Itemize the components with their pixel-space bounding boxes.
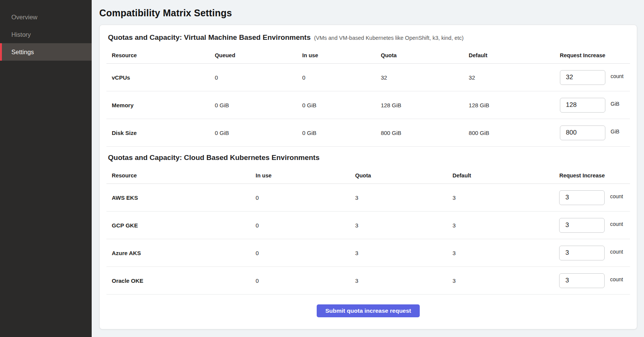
table-row: AWS EKS 0 3 3 count [106, 184, 630, 212]
quota-value: 3 [355, 222, 452, 229]
oracle-oke-request-input[interactable] [559, 273, 605, 288]
sidebar-item-settings[interactable]: Settings [0, 43, 92, 61]
vcpus-request-input[interactable] [560, 70, 605, 85]
sidebar-item-history[interactable]: History [0, 26, 92, 43]
resource-name: Disk Size [106, 130, 215, 136]
cloud-col-resource: Resource [106, 172, 256, 179]
default-value: 3 [452, 277, 559, 284]
aws-eks-request-input[interactable] [559, 190, 605, 205]
table-row: Oracle OKE 0 3 3 count [106, 267, 630, 295]
table-row: Memory 0 GiB 0 GiB 128 GiB 128 GiB GiB [106, 91, 630, 119]
disk-size-request-input[interactable] [560, 125, 605, 140]
vm-section-title: Quotas and Capacity: Virtual Machine Bas… [108, 33, 311, 42]
settings-card: Quotas and Capacity: Virtual Machine Bas… [99, 25, 637, 329]
default-value: 3 [452, 194, 559, 201]
default-value: 3 [452, 250, 559, 256]
cloud-col-in-use: In use [256, 172, 355, 179]
cloud-section-title: Quotas and Capacity: Cloud Based Kuberne… [108, 154, 320, 162]
queued-value: 0 GiB [215, 130, 302, 136]
vm-col-quota: Quota [381, 52, 469, 58]
quota-value: 128 GiB [381, 102, 469, 108]
vm-col-request-increase: Request Increase [560, 52, 630, 58]
in-use-value: 0 [256, 250, 355, 256]
in-use-value: 0 [256, 194, 355, 201]
vm-col-queued: Queued [215, 52, 302, 58]
resource-name: Memory [106, 102, 215, 108]
vm-col-in-use: In use [302, 52, 381, 58]
quota-value: 800 GiB [381, 130, 469, 136]
in-use-value: 0 GiB [302, 102, 381, 108]
unit-label: count [610, 276, 623, 282]
vm-section-subtitle: (VMs and VM-based Kubernetes like OpenSh… [314, 35, 464, 41]
sidebar-item-overview[interactable]: Overview [0, 8, 92, 26]
vm-section-header: Quotas and Capacity: Virtual Machine Bas… [106, 33, 630, 47]
table-row: GCP GKE 0 3 3 count [106, 212, 630, 239]
resource-name: GCP GKE [106, 222, 256, 229]
table-row: Azure AKS 0 3 3 count [106, 239, 630, 267]
unit-label: count [610, 249, 623, 255]
submit-quota-increase-button[interactable]: Submit quota increase request [317, 304, 420, 317]
queued-value: 0 [215, 74, 302, 81]
in-use-value: 0 [256, 277, 355, 284]
gcp-gke-request-input[interactable] [559, 218, 605, 233]
cloud-col-default: Default [452, 172, 559, 179]
quota-value: 32 [381, 74, 469, 81]
in-use-value: 0 GiB [302, 130, 381, 136]
page-title: Compatibility Matrix Settings [99, 8, 637, 19]
resource-name: Azure AKS [106, 250, 256, 256]
quota-value: 3 [355, 277, 452, 284]
resource-name: vCPUs [106, 74, 215, 81]
in-use-value: 0 [302, 74, 381, 81]
default-value: 128 GiB [469, 102, 560, 108]
table-row: vCPUs 0 0 32 32 count [106, 64, 630, 91]
azure-aks-request-input[interactable] [559, 246, 605, 260]
default-value: 800 GiB [469, 130, 560, 136]
cloud-col-request-increase: Request Increase [559, 172, 630, 179]
sidebar: Overview History Settings [0, 0, 92, 337]
queued-value: 0 GiB [215, 102, 302, 108]
unit-label: GiB [611, 129, 619, 135]
resource-name: Oracle OKE [106, 277, 256, 284]
unit-label: count [611, 73, 624, 79]
cloud-col-quota: Quota [355, 172, 452, 179]
table-row: Disk Size 0 GiB 0 GiB 800 GiB 800 GiB Gi… [106, 119, 630, 147]
vm-col-resource: Resource [106, 52, 215, 58]
submit-row: Submit quota increase request [106, 295, 630, 321]
unit-label: GiB [611, 101, 619, 107]
resource-name: AWS EKS [106, 194, 256, 201]
cloud-section-header: Quotas and Capacity: Cloud Based Kuberne… [106, 153, 630, 167]
cloud-table-header: Resource In use Quota Default Request In… [106, 167, 630, 184]
vm-col-default: Default [469, 52, 560, 58]
quota-value: 3 [355, 194, 452, 201]
unit-label: count [610, 221, 623, 227]
quota-value: 3 [355, 250, 452, 256]
in-use-value: 0 [256, 222, 355, 229]
vm-table-header: Resource Queued In use Quota Default Req… [106, 47, 630, 64]
default-value: 32 [469, 74, 560, 81]
memory-request-input[interactable] [560, 98, 605, 113]
default-value: 3 [452, 222, 559, 229]
main-content: Compatibility Matrix Settings Quotas and… [92, 0, 644, 337]
unit-label: count [610, 193, 623, 199]
